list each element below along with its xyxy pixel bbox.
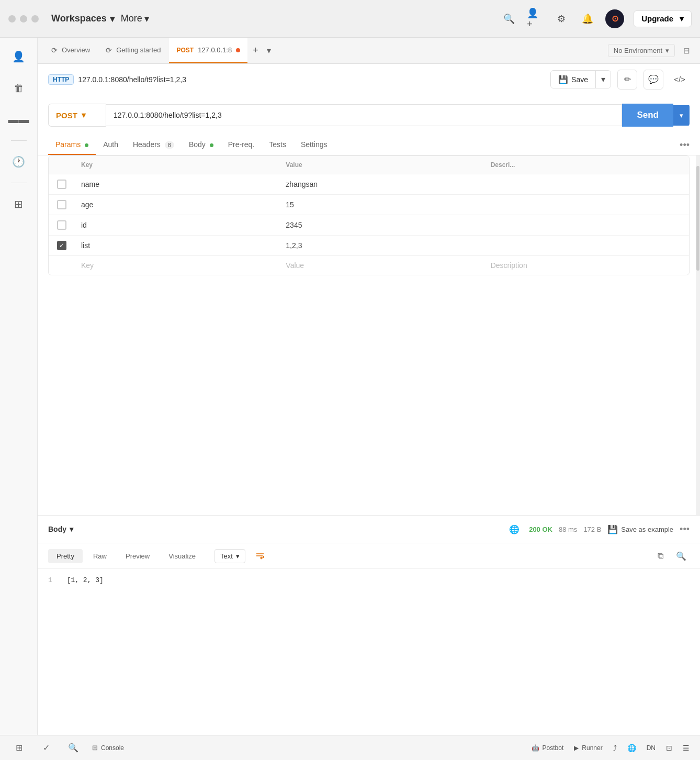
row-desc-name[interactable] xyxy=(484,179,689,189)
table-row-placeholder: Key Value Description xyxy=(49,256,689,275)
row-key-name[interactable]: name xyxy=(75,175,279,194)
extra-icon[interactable]: ☰ xyxy=(683,744,690,752)
comment-button[interactable]: 💬 xyxy=(643,70,663,90)
tab-auth[interactable]: Auth xyxy=(96,135,126,155)
row-value-name[interactable]: zhangsan xyxy=(279,175,484,194)
row-value-id[interactable]: 2345 xyxy=(279,216,484,234)
sidebar-item-trash[interactable]: 🗑 xyxy=(8,77,29,98)
col-key: Key xyxy=(75,156,279,174)
scrollbar-thumb[interactable] xyxy=(696,166,699,271)
sidebar: 👤 🗑 ▬▬ 🕐 ⊞ xyxy=(0,38,38,735)
response-code-1: [1, 2, 3] xyxy=(67,576,104,584)
checkbox-id[interactable] xyxy=(57,220,66,230)
maximize-btn[interactable] xyxy=(31,15,39,23)
row-check-name[interactable] xyxy=(49,174,75,194)
tab-tests[interactable]: Tests xyxy=(262,135,293,155)
env-settings-icon[interactable]: ⊟ xyxy=(679,43,694,58)
row-desc-age[interactable] xyxy=(484,199,689,210)
checkbox-list[interactable] xyxy=(57,241,66,250)
text-selector-chevron-icon: ▾ xyxy=(236,552,240,560)
upgrade-button[interactable]: Upgrade ▾ xyxy=(634,10,692,27)
more-button[interactable]: More ▾ xyxy=(121,13,149,25)
row-key-list[interactable]: list xyxy=(75,236,279,255)
notifications-button[interactable]: 🔔 xyxy=(579,10,596,27)
col-check xyxy=(49,156,75,174)
tab-headers[interactable]: Headers 8 xyxy=(126,135,182,155)
environment-selector[interactable]: No Environment ▾ xyxy=(608,44,675,57)
statusbar-grid-icon[interactable]: ⊞ xyxy=(10,740,27,756)
tab-post-active[interactable]: POST 127.0.0.1:8 xyxy=(169,38,247,63)
resp-tab-pretty[interactable]: Pretty xyxy=(48,549,83,563)
postbot-button[interactable]: 🤖 Postbot xyxy=(532,744,564,752)
statusbar-search-icon[interactable]: 🔍 xyxy=(65,740,82,756)
scrollbar-track[interactable] xyxy=(696,155,700,515)
text-format-selector[interactable]: Text ▾ xyxy=(214,549,245,563)
save-main-button[interactable]: 💾 Save xyxy=(551,71,596,88)
globe-status-icon[interactable]: 🌐 xyxy=(627,744,636,752)
save-dropdown-button[interactable]: ▾ xyxy=(596,71,611,88)
resp-tab-preview[interactable]: Preview xyxy=(117,549,158,563)
tab-overflow-button[interactable]: ▾ xyxy=(264,38,274,63)
tab-getting-started[interactable]: ⟳ Getting started xyxy=(98,38,168,63)
env-chevron-icon: ▾ xyxy=(665,47,669,54)
checkbox-name[interactable] xyxy=(57,180,66,189)
placeholder-key[interactable]: Key xyxy=(75,256,279,275)
method-selector[interactable]: POST ▾ xyxy=(48,104,106,127)
row-key-age[interactable]: age xyxy=(75,195,279,214)
placeholder-desc[interactable]: Description xyxy=(484,256,689,275)
close-btn[interactable] xyxy=(8,15,16,23)
response-header: Body ▾ 🌐 200 OK 88 ms 172 B 💾 Save as ex… xyxy=(38,516,700,543)
send-main-button[interactable]: Send xyxy=(622,104,673,127)
sidebar-item-grid[interactable]: ⊞ xyxy=(8,194,29,215)
row-desc-list[interactable] xyxy=(484,240,689,251)
params-table-inner: Key Value Descri... name zhangsan xyxy=(48,155,690,275)
tab-settings[interactable]: Settings xyxy=(293,135,335,155)
word-wrap-button[interactable] xyxy=(252,547,268,564)
sidebar-item-history[interactable]: 🕐 xyxy=(8,151,29,172)
row-check-id[interactable] xyxy=(49,215,75,235)
send-dropdown-button[interactable]: ▾ xyxy=(673,105,690,126)
row-key-id[interactable]: id xyxy=(75,216,279,234)
runner-button[interactable]: ▶ Runner xyxy=(574,744,602,752)
minimize-btn[interactable] xyxy=(20,15,27,23)
dn-label[interactable]: DN xyxy=(647,744,656,752)
resp-tab-raw[interactable]: Raw xyxy=(85,549,115,563)
checkbox-age[interactable] xyxy=(57,200,66,209)
url-input[interactable] xyxy=(106,104,622,126)
tab-prereq[interactable]: Pre-req. xyxy=(221,135,262,155)
edit-button[interactable]: ✏ xyxy=(617,70,637,90)
search-response-button[interactable]: 🔍 xyxy=(673,547,690,564)
console-label[interactable]: ⊟ Console xyxy=(92,744,124,752)
add-user-button[interactable]: 👤+ xyxy=(527,10,544,27)
row-check-age[interactable] xyxy=(49,195,75,215)
row-value-age[interactable]: 15 xyxy=(279,195,484,214)
search-button[interactable]: 🔍 xyxy=(501,10,517,27)
workspaces-button[interactable]: Workspaces ▾ xyxy=(51,13,115,25)
save-example-button[interactable]: 💾 Save as example xyxy=(607,524,673,534)
windows-button[interactable]: ⊡ xyxy=(666,744,672,752)
tab-overview[interactable]: ⟳ Overview xyxy=(44,38,97,63)
resp-tab-visualize[interactable]: Visualize xyxy=(160,549,204,563)
add-tab-button[interactable]: + xyxy=(249,38,263,63)
avatar[interactable]: ⊙ xyxy=(605,9,624,28)
share-icon[interactable]: ⤴ xyxy=(613,744,617,752)
send-button-group: Send ▾ xyxy=(622,104,690,127)
settings-button[interactable]: ⚙ xyxy=(553,10,570,27)
response-body-label: Body ▾ xyxy=(48,525,73,533)
row-check-list[interactable] xyxy=(49,236,75,255)
tab-params[interactable]: Params xyxy=(48,135,96,155)
sidebar-item-editor[interactable]: ▬▬ xyxy=(8,109,29,130)
response-more-button[interactable]: ••• xyxy=(680,524,690,535)
window-controls xyxy=(8,15,39,23)
placeholder-value[interactable]: Value xyxy=(279,256,484,275)
statusbar-check-icon[interactable]: ✓ xyxy=(38,740,54,756)
body-chevron-icon[interactable]: ▾ xyxy=(70,525,73,533)
tabs-more-button[interactable]: ••• xyxy=(680,140,690,151)
method-chevron-icon: ▾ xyxy=(82,110,86,120)
row-value-list[interactable]: 1,2,3 xyxy=(279,236,484,255)
tab-body[interactable]: Body xyxy=(182,135,221,155)
sidebar-item-user[interactable]: 👤 xyxy=(8,46,29,67)
copy-response-button[interactable]: ⧉ xyxy=(652,547,669,564)
code-button[interactable]: </> xyxy=(670,70,690,90)
row-desc-id[interactable] xyxy=(484,220,689,230)
